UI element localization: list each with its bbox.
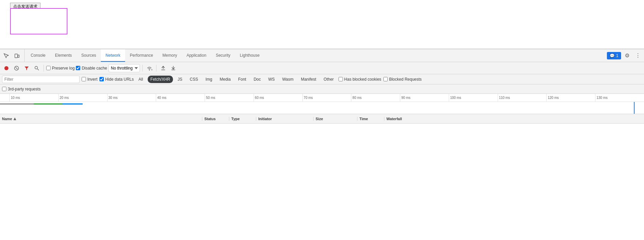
timeline-ticks: 10 ms 20 ms 30 ms 40 ms 50 ms 60 ms 70 m… bbox=[0, 94, 644, 102]
feedback-count: 1 bbox=[616, 53, 618, 58]
filter-ws-button[interactable]: WS bbox=[266, 76, 277, 83]
table-header: Name Status Type Initiator Size Time Wat… bbox=[0, 114, 644, 124]
tab-memory[interactable]: Memory bbox=[158, 49, 182, 62]
third-party-label[interactable]: 3rd-party requests bbox=[2, 87, 40, 91]
blocked-requests-label[interactable]: Blocked Requests bbox=[383, 77, 422, 82]
tick-20ms: 20 ms bbox=[58, 94, 107, 102]
has-blocked-cookies-label[interactable]: Has blocked cookies bbox=[339, 77, 381, 82]
settings-button[interactable]: ⚙ bbox=[622, 51, 632, 60]
svg-rect-0 bbox=[15, 54, 18, 58]
page-box bbox=[10, 8, 67, 34]
filter-js-button[interactable]: JS bbox=[175, 76, 185, 83]
col-header-time[interactable]: Time bbox=[357, 117, 384, 121]
preserve-log-checkbox[interactable] bbox=[46, 66, 51, 70]
tab-network[interactable]: Network bbox=[101, 49, 125, 62]
filter-img-button[interactable]: Img bbox=[203, 76, 215, 83]
tab-application[interactable]: Application bbox=[182, 49, 211, 62]
blocked-requests-text: Blocked Requests bbox=[389, 77, 422, 82]
tick-90ms: 90 ms bbox=[400, 94, 449, 102]
waterfall-marker-line bbox=[634, 102, 635, 114]
col-header-size[interactable]: Size bbox=[314, 117, 357, 121]
invert-label[interactable]: Invert bbox=[82, 77, 97, 82]
minibar-blue bbox=[62, 103, 83, 105]
disable-cache-text: Disable cache bbox=[82, 66, 107, 71]
filter-media-button[interactable]: Media bbox=[217, 76, 233, 83]
devtools-icon-group bbox=[1, 49, 25, 62]
disable-cache-label[interactable]: Disable cache bbox=[76, 66, 107, 71]
tab-lighthouse[interactable]: Lighthouse bbox=[235, 49, 264, 62]
col-header-type[interactable]: Type bbox=[229, 117, 256, 121]
throttle-select[interactable]: No throttling Fast 3G Slow 3G Offline bbox=[109, 64, 140, 72]
filter-other-button[interactable]: Other bbox=[321, 76, 336, 83]
import-har-button[interactable] bbox=[159, 64, 168, 73]
tab-bar-right: 💬 1 ⚙ ⋮ bbox=[607, 51, 643, 60]
filter-input[interactable] bbox=[2, 76, 80, 83]
filter-all-button[interactable]: All bbox=[136, 76, 146, 83]
disable-cache-checkbox[interactable] bbox=[76, 66, 80, 70]
filter-manifest-button[interactable]: Manifest bbox=[298, 76, 319, 83]
tick-80ms: 80 ms bbox=[351, 94, 400, 102]
network-table: Name Status Type Initiator Size Time Wat… bbox=[0, 114, 644, 240]
preserve-log-label[interactable]: Preserve log bbox=[46, 66, 75, 71]
tab-console[interactable]: Console bbox=[26, 49, 50, 62]
more-options-button[interactable]: ⋮ bbox=[633, 51, 643, 60]
tick-40ms: 40 ms bbox=[156, 94, 205, 102]
tab-performance[interactable]: Performance bbox=[125, 49, 158, 62]
search-button[interactable] bbox=[32, 64, 41, 73]
record-button[interactable] bbox=[2, 64, 11, 73]
invert-checkbox[interactable] bbox=[82, 77, 86, 81]
filter-wasm-button[interactable]: Wasm bbox=[280, 76, 296, 83]
network-conditions-button[interactable]: + bbox=[145, 64, 154, 73]
device-toolbar-button[interactable] bbox=[12, 51, 22, 60]
feedback-icon: 💬 bbox=[610, 53, 615, 58]
svg-point-5 bbox=[35, 66, 38, 69]
filter-row: Invert Hide data URLs All Fetch/XHR JS C… bbox=[0, 74, 644, 84]
toolbar-separator-2 bbox=[142, 65, 143, 72]
col-header-name[interactable]: Name bbox=[0, 117, 202, 121]
svg-point-2 bbox=[4, 66, 8, 70]
tab-elements[interactable]: Elements bbox=[50, 49, 77, 62]
invert-text: Invert bbox=[87, 77, 97, 82]
filter-doc-button[interactable]: Doc bbox=[251, 76, 263, 83]
svg-rect-1 bbox=[18, 55, 19, 57]
network-toolbar: Preserve log Disable cache No throttling… bbox=[0, 62, 644, 74]
col-header-initiator[interactable]: Initiator bbox=[256, 117, 314, 121]
blocked-requests-checkbox[interactable] bbox=[383, 77, 388, 81]
tick-110ms: 110 ms bbox=[498, 94, 547, 102]
third-party-checkbox[interactable] bbox=[2, 87, 6, 91]
hide-data-urls-text: Hide data URLs bbox=[105, 77, 134, 82]
hide-data-urls-checkbox[interactable] bbox=[99, 77, 104, 81]
tick-120ms: 120 ms bbox=[546, 94, 595, 102]
hide-data-urls-label[interactable]: Hide data URLs bbox=[99, 77, 134, 82]
feedback-button[interactable]: 💬 1 bbox=[607, 52, 621, 59]
toolbar-separator-1 bbox=[43, 65, 44, 72]
preserve-log-text: Preserve log bbox=[52, 66, 75, 71]
filter-font-button[interactable]: Font bbox=[235, 76, 249, 83]
filter-css-button[interactable]: CSS bbox=[187, 76, 201, 83]
inspect-element-button[interactable] bbox=[1, 51, 11, 60]
tab-sources[interactable]: Sources bbox=[77, 49, 101, 62]
page-area: 点击发送请求 bbox=[0, 0, 644, 49]
col-header-waterfall[interactable]: Waterfall bbox=[384, 117, 644, 121]
table-body bbox=[0, 124, 644, 240]
col-header-status[interactable]: Status bbox=[202, 117, 229, 121]
third-party-row: 3rd-party requests bbox=[0, 84, 644, 94]
timeline-area: 10 ms 20 ms 30 ms 40 ms 50 ms 60 ms 70 m… bbox=[0, 94, 644, 114]
stop-button[interactable] bbox=[12, 64, 21, 73]
export-har-button[interactable] bbox=[169, 64, 178, 73]
timeline-graph bbox=[0, 102, 644, 114]
svg-line-6 bbox=[37, 69, 39, 70]
tab-security[interactable]: Security bbox=[211, 49, 235, 62]
filter-button[interactable] bbox=[22, 64, 31, 73]
tick-100ms: 100 ms bbox=[449, 94, 498, 102]
tick-30ms: 30 ms bbox=[107, 94, 156, 102]
tick-10ms: 10 ms bbox=[9, 94, 58, 102]
minibar-gray bbox=[0, 103, 34, 105]
toolbar-separator-3 bbox=[156, 65, 156, 72]
has-blocked-cookies-checkbox[interactable] bbox=[339, 77, 343, 81]
tick-60ms: 60 ms bbox=[254, 94, 302, 102]
filter-fetch-xhr-button[interactable]: Fetch/XHR bbox=[148, 76, 173, 83]
tick-130ms: 130 ms bbox=[595, 94, 644, 102]
tick-70ms: 70 ms bbox=[302, 94, 351, 102]
devtools-panel: Console Elements Sources Network Perform… bbox=[0, 49, 644, 240]
